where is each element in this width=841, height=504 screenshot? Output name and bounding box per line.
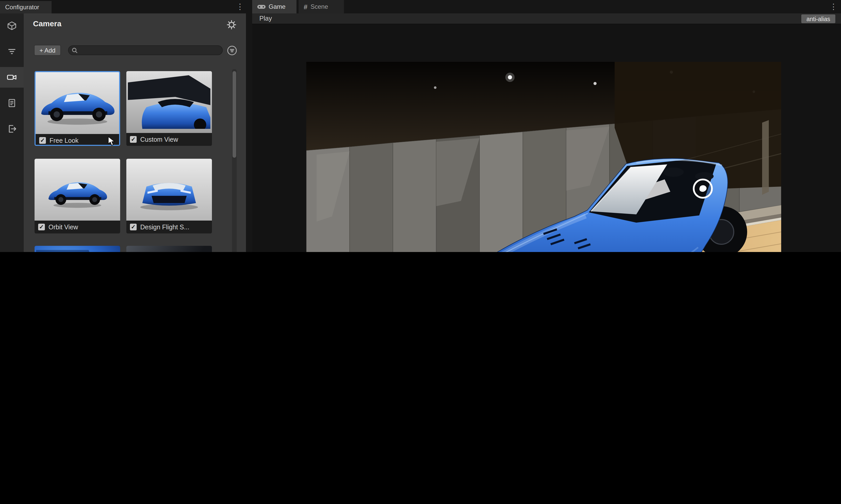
camera-card-6[interactable] (126, 246, 212, 252)
camera-thumbnail-grid: ✓ Free Look ✓ Custom View ✓ (24, 67, 246, 252)
cube-icon[interactable] (0, 16, 24, 36)
tab-scene-label: Scene (311, 3, 328, 10)
add-button[interactable]: + Add (34, 45, 61, 56)
left-toolbar (0, 13, 24, 252)
panel-title: Camera (33, 19, 62, 28)
game-tabbar: Game Scene (252, 0, 841, 13)
camera-card-label: Free Look (50, 137, 78, 144)
play-button[interactable]: Play (259, 13, 272, 24)
document-icon[interactable] (0, 93, 24, 113)
hierarchy-icon[interactable] (0, 41, 24, 62)
game-viewport[interactable] (252, 24, 841, 252)
game-menu-icon[interactable] (830, 2, 836, 11)
gamepad-icon (257, 4, 265, 10)
camera-thumbnail-image (36, 72, 119, 134)
camera-thumbnail-image (126, 159, 212, 220)
camera-icon[interactable] (0, 67, 24, 88)
camera-card-5[interactable] (35, 246, 120, 252)
tab-game-label: Game (269, 3, 285, 10)
anti-alias-dropdown[interactable]: anti-alias (801, 14, 835, 23)
camera-card-design-flight[interactable]: ✓ Design Flight S... (126, 159, 212, 233)
camera-thumbnail-image (126, 246, 212, 252)
camera-card-label: Orbit View (49, 223, 78, 231)
camera-enabled-checkbox[interactable]: ✓ (39, 137, 46, 144)
camera-card-custom-view[interactable]: ✓ Custom View (126, 71, 212, 146)
app-window: Configurator (0, 0, 841, 252)
camera-card-free-look[interactable]: ✓ Free Look (35, 71, 120, 146)
grid-icon (304, 3, 307, 11)
panel-menu-icon[interactable] (236, 2, 242, 11)
tab-game[interactable]: Game (252, 0, 297, 13)
thumbnail-vertical-scrollbar[interactable] (232, 69, 237, 252)
exit-icon[interactable] (0, 119, 24, 139)
tab-scene[interactable]: Scene (299, 0, 344, 13)
mouse-cursor (108, 136, 116, 146)
search-icon (72, 47, 78, 53)
panel-separator (246, 0, 252, 252)
hotspot-marker[interactable] (694, 180, 712, 198)
scene-render (306, 62, 781, 252)
camera-enabled-checkbox[interactable]: ✓ (38, 224, 45, 230)
search-input-wrap (68, 46, 223, 55)
camera-enabled-checkbox[interactable]: ✓ (130, 224, 137, 230)
camera-card-orbit-view[interactable]: ✓ Orbit View (35, 159, 120, 233)
left-top-strip: Configurator (0, 0, 246, 13)
camera-panel: Camera + Add (24, 13, 246, 252)
search-input[interactable] (81, 46, 219, 54)
camera-card-label: Custom View (140, 136, 178, 143)
tab-configurator[interactable]: Configurator (0, 1, 52, 13)
camera-enabled-checkbox[interactable]: ✓ (130, 136, 137, 143)
gear-icon[interactable] (227, 20, 236, 29)
camera-thumbnail-image (35, 159, 120, 220)
game-view: Game Scene Play anti-alias (252, 0, 841, 252)
camera-thumbnail-image (35, 246, 120, 252)
camera-card-label: Design Flight S... (140, 223, 189, 231)
game-toolbar: Play anti-alias (252, 13, 841, 24)
filter-icon[interactable] (227, 46, 237, 56)
camera-thumbnail-image (126, 71, 212, 133)
